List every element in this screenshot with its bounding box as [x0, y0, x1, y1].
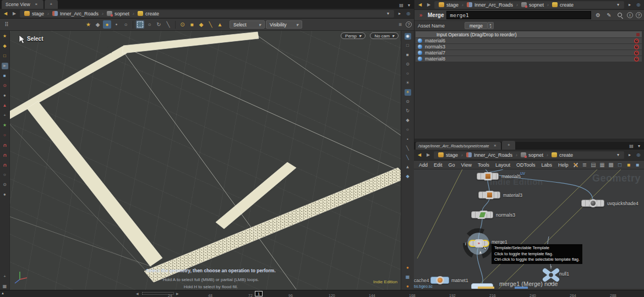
help-icon[interactable]	[406, 21, 412, 28]
material-update-icon[interactable]	[405, 108, 411, 114]
radial-menu-icon[interactable]	[635, 152, 642, 158]
render-view-icon[interactable]	[2, 43, 8, 50]
input-operator-row[interactable]: material6	[416, 38, 642, 43]
display-options-icon[interactable]	[405, 173, 411, 180]
pin-pane-icon[interactable]	[396, 10, 403, 17]
scroll-right-icon[interactable]	[176, 292, 179, 295]
high-quality-lighting-icon[interactable]	[405, 89, 411, 96]
tab-network-path[interactable]: /stage/Inner_Arc_Roads/sopnet/create	[416, 142, 501, 150]
new-pane-tab-button[interactable]	[45, 0, 58, 9]
crumb-sopnet[interactable]: sopnet	[519, 152, 545, 158]
back-icon[interactable]	[2, 10, 9, 17]
node-material5[interactable]	[477, 173, 499, 180]
scale-tool-icon[interactable]	[2, 102, 8, 109]
display-points-icon[interactable]	[405, 136, 411, 142]
headlight-icon[interactable]	[405, 80, 411, 86]
camera-view-icon[interactable]	[405, 42, 411, 49]
snapshot-gallery-icon[interactable]	[616, 161, 624, 169]
menu-help[interactable]: Help	[555, 161, 571, 169]
show-geometry-icon[interactable]	[103, 20, 111, 29]
crumb-inner-arc-roads[interactable]: Inner_Arc_Roads	[465, 2, 515, 8]
lock-camera-icon[interactable]	[405, 52, 411, 58]
menu-view[interactable]: View	[459, 161, 474, 169]
menu-add[interactable]: Add	[416, 161, 430, 169]
snap-prim-magnet-icon[interactable]	[2, 162, 8, 168]
grid-toggle-icon[interactable]	[2, 283, 8, 290]
view-tool-icon[interactable]	[2, 33, 8, 40]
node-name-input[interactable]: merge1	[446, 11, 591, 19]
new-pane-tab-button[interactable]	[502, 141, 515, 150]
pane-split-icon[interactable]	[406, 2, 412, 9]
network-canvas[interactable]: Geometry Indie Edition i	[414, 169, 644, 289]
menu-odtools[interactable]: ODTools	[514, 161, 538, 169]
grid-snap-icon[interactable]	[598, 161, 607, 169]
crumb-inner-arc-roads[interactable]: Inner_Arc_Roads	[51, 11, 100, 16]
shadows-icon[interactable]	[405, 98, 411, 105]
node-material3[interactable]	[478, 191, 500, 199]
forward-icon[interactable]	[425, 2, 432, 8]
snap-point-icon[interactable]	[206, 20, 215, 29]
snap-grid-magnet-icon[interactable]	[2, 152, 8, 158]
path-dropdown-icon[interactable]	[615, 152, 621, 158]
crumb-create[interactable]: create	[136, 11, 161, 16]
node-uvquickshade4[interactable]	[581, 200, 604, 207]
asset-name-spinner[interactable]	[488, 22, 494, 29]
camera-select-button[interactable]: No cam	[370, 32, 399, 39]
home-view-icon[interactable]	[405, 70, 411, 77]
remove-input-icon[interactable]	[634, 51, 639, 56]
paint-tool-icon[interactable]	[2, 122, 8, 129]
smooth-shade-icon[interactable]	[405, 117, 411, 124]
node-flag-bar[interactable]	[478, 287, 494, 289]
crumb-create[interactable]: create	[550, 2, 575, 8]
pane-menu-icon[interactable]	[628, 143, 635, 150]
show-objects-icon[interactable]	[94, 20, 102, 29]
primitives-mode-icon[interactable]	[122, 20, 130, 29]
display-normals-icon[interactable]	[405, 145, 411, 152]
back-icon[interactable]	[416, 152, 423, 158]
asset-name-value[interactable]: merge	[465, 22, 488, 29]
crumb-stage[interactable]: stage	[23, 11, 46, 16]
pose-tool-icon[interactable]	[2, 112, 8, 119]
help-icon[interactable]	[636, 12, 642, 18]
laser-select-icon[interactable]	[164, 20, 172, 29]
node-normals3[interactable]	[471, 211, 493, 218]
snap-prim-icon[interactable]	[197, 20, 205, 29]
road-top[interactable]	[122, 32, 259, 53]
tab-scene-view[interactable]: Scene View	[2, 0, 43, 9]
menu-layout[interactable]: Layout	[493, 161, 513, 169]
info-icon[interactable]	[627, 12, 633, 18]
crumb-stage[interactable]: stage	[437, 2, 460, 8]
pane-split-icon[interactable]	[636, 143, 642, 150]
input-operator-row[interactable]: normals3	[416, 44, 642, 50]
pin-pane-icon[interactable]	[626, 152, 633, 158]
display-sort-icon[interactable]	[396, 20, 405, 29]
visibility-dropdown[interactable]: Visibility	[266, 20, 302, 29]
rotate-tool-icon[interactable]	[2, 92, 8, 99]
menu-go[interactable]: Go	[446, 161, 458, 169]
points-mode-icon[interactable]	[112, 20, 121, 29]
path-dropdown-icon[interactable]	[615, 2, 621, 8]
menu-labs[interactable]: Labs	[538, 161, 555, 169]
path-dropdown-icon[interactable]	[385, 10, 391, 17]
input-operator-row[interactable]: material7	[416, 50, 642, 56]
grid-display-icon[interactable]	[607, 161, 615, 169]
snap-orient-icon[interactable]	[178, 20, 187, 29]
merge-node-icon[interactable]	[417, 11, 425, 19]
forward-icon[interactable]	[11, 10, 18, 17]
crumb-sopnet[interactable]: sopnet	[520, 2, 545, 8]
menu-edit[interactable]: Edit	[431, 161, 445, 169]
search-icon[interactable]	[616, 11, 624, 19]
crumb-stage[interactable]: stage	[436, 152, 460, 158]
node-merge1[interactable]	[468, 240, 489, 247]
road-left[interactable]	[27, 101, 162, 266]
toolbar-drag-handle-icon[interactable]	[2, 20, 10, 29]
persp-view-icon[interactable]	[405, 33, 411, 40]
crumb-inner-arc-roads[interactable]: Inner_Arc_Roads	[465, 152, 514, 158]
gear-icon[interactable]	[594, 11, 602, 19]
snapshot-dot-icon[interactable]	[405, 265, 411, 271]
back-icon[interactable]	[417, 2, 423, 8]
select-mode-dropdown[interactable]: Select	[230, 20, 265, 29]
asset-folder-icon[interactable]	[642, 161, 644, 169]
secure-selection-icon[interactable]	[2, 191, 8, 198]
crumb-sopnet[interactable]: sopnet	[105, 11, 131, 16]
